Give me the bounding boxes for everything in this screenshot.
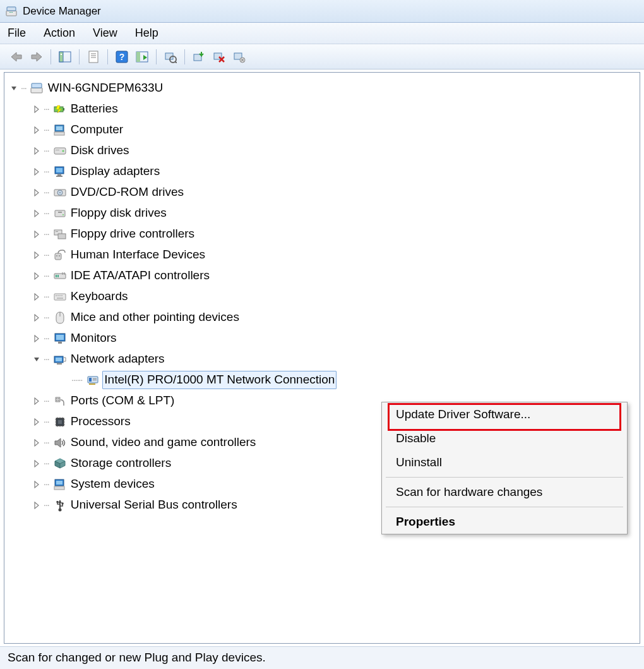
collapse-icon[interactable]	[9, 84, 18, 93]
scan-hardware-button[interactable]	[162, 48, 179, 66]
expand-icon[interactable]	[32, 397, 41, 406]
tree-category[interactable]: ···Display adapters	[7, 161, 637, 182]
help-button[interactable]: ?	[113, 48, 131, 66]
show-hide-console-icon[interactable]	[56, 48, 74, 66]
tree-device[interactable]: ······Intel(R) PRO/1000 MT Network Conne…	[7, 370, 637, 390]
tree-category[interactable]: ···Floppy drive controllers	[7, 224, 637, 244]
tree-category-label: Display adapters	[69, 163, 162, 180]
network-adapter-icon	[53, 353, 67, 366]
tree-category[interactable]: ···Keyboards	[7, 286, 637, 307]
svg-point-46	[56, 255, 57, 256]
expand-icon[interactable]	[32, 209, 41, 218]
svg-point-71	[56, 400, 57, 401]
tree-category-label: Floppy disk drives	[69, 205, 168, 222]
title-bar: Device Manager	[0, 0, 644, 23]
mouse-icon	[53, 311, 67, 325]
svg-rect-28	[54, 132, 64, 135]
forward-button[interactable]	[28, 48, 45, 66]
tree-category[interactable]: ···Computer	[7, 119, 637, 140]
computer-root-icon	[30, 81, 44, 95]
svg-rect-43	[58, 234, 66, 239]
status-bar: Scan for changed or new Plug and Play de…	[0, 646, 644, 669]
toolbar-separator	[184, 49, 185, 64]
svg-rect-25	[63, 108, 64, 111]
svg-point-72	[58, 400, 59, 401]
svg-rect-68	[89, 383, 95, 385]
hid-icon	[53, 248, 67, 262]
menu-view[interactable]: View	[93, 27, 117, 40]
context-scan-hardware[interactable]: Scan for hardware changes	[382, 480, 627, 504]
expand-icon[interactable]	[32, 167, 41, 176]
processor-icon	[53, 415, 67, 429]
svg-point-70	[58, 398, 59, 399]
tree-category-label: Storage controllers	[69, 455, 172, 472]
svg-point-69	[56, 398, 57, 399]
tree-category-label: Processors	[69, 413, 132, 430]
context-disable[interactable]: Disable	[382, 426, 627, 450]
expand-icon[interactable]	[32, 313, 41, 322]
tree-category[interactable]: ···Floppy disk drives	[7, 203, 637, 224]
tree-category[interactable]: ···Human Interface Devices	[7, 244, 637, 265]
expand-icon[interactable]	[32, 251, 41, 260]
menu-file[interactable]: File	[8, 27, 26, 40]
collapse-icon[interactable]	[32, 355, 41, 364]
expand-icon[interactable]	[32, 230, 41, 239]
svg-rect-60	[58, 342, 62, 344]
menu-help[interactable]: Help	[135, 27, 158, 40]
tree-category[interactable]: ···Monitors	[7, 328, 637, 349]
expand-icon[interactable]	[32, 418, 41, 426]
svg-rect-35	[56, 176, 63, 177]
menu-action[interactable]: Action	[44, 27, 75, 40]
expand-icon[interactable]	[32, 480, 41, 489]
back-button[interactable]	[8, 48, 25, 66]
tree-category[interactable]: ···Network adapters	[7, 349, 637, 370]
context-uninstall[interactable]: Uninstall	[382, 450, 627, 474]
svg-rect-14	[136, 52, 140, 62]
expand-icon[interactable]	[32, 334, 41, 343]
tree-panel: ··· WIN-6GNDEPM633U ···Batteries···Compu…	[4, 72, 640, 644]
svg-rect-34	[57, 174, 61, 176]
update-driver-button[interactable]	[190, 48, 208, 66]
svg-text:?: ?	[119, 52, 125, 62]
svg-rect-23	[32, 83, 42, 88]
expand-icon[interactable]	[32, 126, 41, 135]
tree-category[interactable]: ···Batteries	[7, 99, 637, 119]
uninstall-device-button[interactable]	[230, 48, 248, 66]
window-title: Device Manager	[23, 5, 101, 18]
expand-icon[interactable]	[32, 438, 41, 447]
expand-icon[interactable]	[32, 292, 41, 301]
expand-icon[interactable]	[32, 459, 41, 468]
context-properties[interactable]: Properties	[382, 510, 627, 534]
tree-category-label: Ports (COM & LPT)	[69, 392, 176, 409]
toolbar-separator	[107, 49, 108, 64]
svg-point-47	[59, 255, 60, 256]
toolbar-separator	[156, 49, 157, 64]
disk-drive-icon	[53, 144, 67, 158]
context-update-driver[interactable]: Update Driver Software...	[382, 402, 627, 426]
action-button[interactable]	[133, 48, 151, 66]
svg-rect-67	[93, 380, 97, 380]
svg-rect-56	[57, 298, 63, 299]
expand-icon[interactable]	[32, 147, 41, 155]
tree-category[interactable]: ···Mice and other pointing devices	[7, 307, 637, 328]
expand-icon[interactable]	[32, 105, 41, 114]
svg-rect-49	[56, 275, 57, 277]
expand-icon[interactable]	[32, 272, 41, 280]
display-adapter-icon	[53, 165, 67, 179]
network-card-icon	[86, 373, 100, 387]
disable-device-button[interactable]	[210, 48, 228, 66]
svg-point-92	[61, 502, 64, 505]
tree-category[interactable]: ···Disk drives	[7, 140, 637, 161]
svg-rect-55	[61, 295, 63, 296]
svg-rect-40	[58, 212, 62, 213]
tree-category-label: Monitors	[69, 330, 118, 347]
svg-rect-66	[93, 378, 97, 379]
expand-icon[interactable]	[32, 501, 41, 510]
expand-icon[interactable]	[32, 188, 41, 197]
tree-category[interactable]: ···IDE ATA/ATAPI controllers	[7, 265, 637, 286]
tree-category[interactable]: ···DVD/CD-ROM drives	[7, 182, 637, 203]
properties-button[interactable]	[85, 48, 102, 66]
tree-root[interactable]: ··· WIN-6GNDEPM633U	[7, 78, 637, 99]
keyboard-icon	[53, 290, 67, 304]
status-text: Scan for changed or new Plug and Play de…	[8, 651, 266, 664]
